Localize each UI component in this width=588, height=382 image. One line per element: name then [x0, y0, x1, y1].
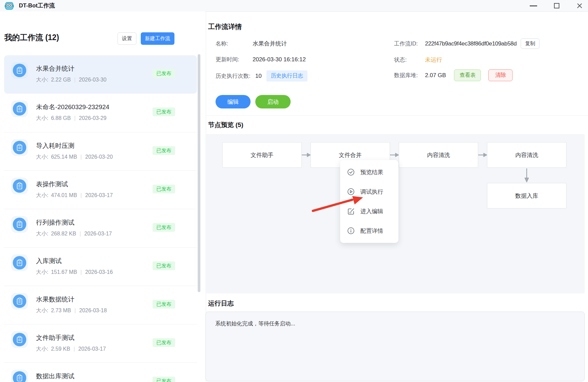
flow-node[interactable]: 文件助手	[222, 142, 302, 168]
flow-arrow-icon	[478, 153, 487, 157]
status-badge: 已发布	[153, 377, 175, 382]
workflow-name: 入库测试	[36, 257, 62, 265]
menu-item-label: 进入编辑	[360, 208, 383, 215]
workflow-item[interactable]: 入库测试 大小:151.67 MB|2026-03-16 已发布	[4, 247, 197, 286]
section-divider	[206, 115, 588, 116]
status-badge: 已发布	[153, 338, 175, 347]
clear-button[interactable]: 清除	[488, 69, 513, 81]
view-table-button[interactable]: 查看表	[454, 69, 481, 81]
flow-arrow-icon	[301, 153, 311, 157]
app-window: DT-Bot工作流 我的工作流 (12) 设置 新建工作流 水果合并统计 大小:…	[0, 0, 588, 382]
workflow-item[interactable]: 行列操作测试 大小:268.82 KB|2026-03-17 已发布	[4, 209, 197, 247]
workflow-item[interactable]: 数据出库测试 大小:5.80 MB|2026-03-17 已发布	[4, 362, 197, 382]
close-icon	[577, 3, 582, 8]
menu-item-preview-result[interactable]: 预览结果	[340, 162, 398, 182]
status-badge: 已发布	[153, 107, 175, 116]
updated-value: 2026-03-30 16:16:12	[253, 56, 306, 63]
db-heap-label: 数据库堆:	[394, 72, 425, 79]
status-value: 未运行	[425, 56, 442, 64]
menu-item-label: 预览结果	[360, 168, 383, 176]
clipboard-icon	[16, 374, 23, 382]
settings-button[interactable]: 设置	[118, 32, 136, 45]
clipboard-icon	[16, 67, 23, 74]
sidebar: 我的工作流 (12) 设置 新建工作流 水果合并统计 大小:2.22 GB|20…	[0, 11, 206, 382]
status-badge: 已发布	[153, 146, 175, 155]
workflow-icon-tile	[11, 216, 28, 233]
history-log-button[interactable]: 历史执行日志	[266, 70, 307, 82]
runs-value: 10	[255, 73, 262, 79]
workflow-id-label: 工作流ID:	[394, 40, 425, 47]
workflow-meta: 大小:268.82 KB|2026-03-17	[36, 230, 112, 237]
workflow-name: 行列操作测试	[36, 218, 74, 227]
new-workflow-button[interactable]: 新建工作流	[141, 32, 174, 45]
edit-square-icon	[347, 207, 355, 215]
runs-label: 历史执行次数:	[216, 72, 255, 80]
updated-label: 更新时间:	[216, 56, 253, 63]
workflow-icon-tile	[11, 139, 28, 156]
workflow-name: 导入耗时压测	[36, 141, 74, 150]
field-name: 名称: 水果合并统计	[216, 40, 287, 47]
close-button[interactable]	[573, 0, 586, 11]
workflow-icon-tile	[11, 370, 28, 382]
clipboard-icon	[16, 144, 23, 151]
field-workflow-id: 工作流ID: 222f47b9ac9f4ec38f86df0e109ab58d …	[394, 38, 540, 49]
edit-button[interactable]: 编辑	[216, 95, 251, 108]
workflow-item[interactable]: 水果合并统计 大小:2.22 GB|2026-03-30 已发布	[4, 55, 197, 94]
detail-title: 工作流详情	[208, 22, 242, 31]
flow-node[interactable]: 内容清洗	[487, 142, 566, 168]
play-circle-icon	[347, 188, 355, 196]
status-badge: 已发布	[153, 261, 175, 270]
workflow-name: 未命名-20260329-232924	[36, 103, 109, 112]
menu-item-config-detail[interactable]: 配置详情	[340, 221, 398, 241]
workflow-meta: 大小:2.59 KB|2026-03-17	[36, 346, 106, 353]
workflow-id-value: 222f47b9ac9f4ec38f86df0e109ab58d	[425, 40, 517, 47]
check-circle-icon	[347, 168, 355, 176]
workflow-name: 水果数据统计	[36, 295, 74, 304]
workflow-item[interactable]: 表操作测试 大小:474.01 MB|2026-03-17 已发布	[4, 170, 197, 209]
maximize-icon	[554, 3, 559, 8]
workflow-item[interactable]: 导入耗时压测 大小:625.14 MB|2026-03-20 已发布	[4, 132, 197, 170]
maximize-button[interactable]	[550, 0, 563, 11]
workflow-item[interactable]: 水果数据统计 大小:2.73 MB|2026-03-18 已发布	[4, 286, 197, 324]
start-button[interactable]: 启动	[255, 95, 291, 108]
field-status: 状态: 未运行	[394, 56, 442, 64]
run-log-title: 运行日志	[208, 299, 234, 308]
clipboard-icon	[16, 221, 23, 228]
workflow-icon-tile	[11, 293, 28, 310]
workflow-name: 水果合并统计	[36, 64, 74, 73]
db-heap-value: 2.07 GB	[425, 72, 446, 79]
flow-node[interactable]: 数据入库	[487, 183, 566, 209]
workflow-meta: 大小:474.01 MB|2026-03-17	[36, 192, 113, 199]
clipboard-icon	[16, 182, 23, 190]
menu-item-enter-edit[interactable]: 进入编辑	[340, 201, 398, 221]
flow-node[interactable]: 内容清洗	[399, 142, 478, 168]
workflow-meta: 大小:6.88 GB|2026-03-29	[36, 115, 106, 122]
workflow-item[interactable]: 文件助手测试 大小:2.59 KB|2026-03-17 已发布	[4, 324, 197, 362]
field-runs: 历史执行次数: 10 历史执行日志	[216, 70, 307, 82]
workflow-list: 水果合并统计 大小:2.22 GB|2026-03-30 已发布 未命名-202…	[4, 55, 197, 382]
field-db-heap: 数据库堆: 2.07 GB 查看表 清除	[394, 69, 513, 81]
workflow-name: 文件助手测试	[36, 333, 74, 342]
menu-item-label: 调试执行	[360, 188, 383, 196]
status-badge: 已发布	[153, 185, 175, 193]
minimize-icon	[530, 5, 537, 6]
workflow-item[interactable]: 未命名-20260329-232924 大小:6.88 GB|2026-03-2…	[4, 94, 197, 132]
run-log-panel: 系统初始化完成，等待任务启动...	[205, 312, 585, 381]
name-value: 水果合并统计	[253, 40, 287, 47]
menu-item-debug-run[interactable]: 调试执行	[340, 182, 398, 201]
workflow-meta: 大小:151.67 MB|2026-03-16	[36, 269, 113, 276]
clipboard-icon	[16, 259, 23, 266]
copy-button[interactable]: 复制	[521, 38, 540, 49]
flow-arrow-down-icon	[524, 168, 530, 183]
status-badge: 已发布	[153, 300, 175, 309]
node-preview-title: 节点预览 (5)	[208, 121, 243, 129]
status-badge: 已发布	[153, 223, 175, 232]
app-title: DT-Bot工作流	[19, 0, 55, 11]
sidebar-title: 我的工作流 (12)	[4, 32, 59, 43]
robot-logo-icon	[5, 1, 14, 10]
sidebar-scrollbar[interactable]	[198, 54, 200, 292]
workflow-name: 表操作测试	[36, 180, 68, 189]
minimize-button[interactable]	[527, 0, 540, 11]
field-updated: 更新时间: 2026-03-30 16:16:12	[216, 56, 306, 63]
run-log-line: 系统初始化完成，等待任务启动...	[215, 320, 575, 327]
